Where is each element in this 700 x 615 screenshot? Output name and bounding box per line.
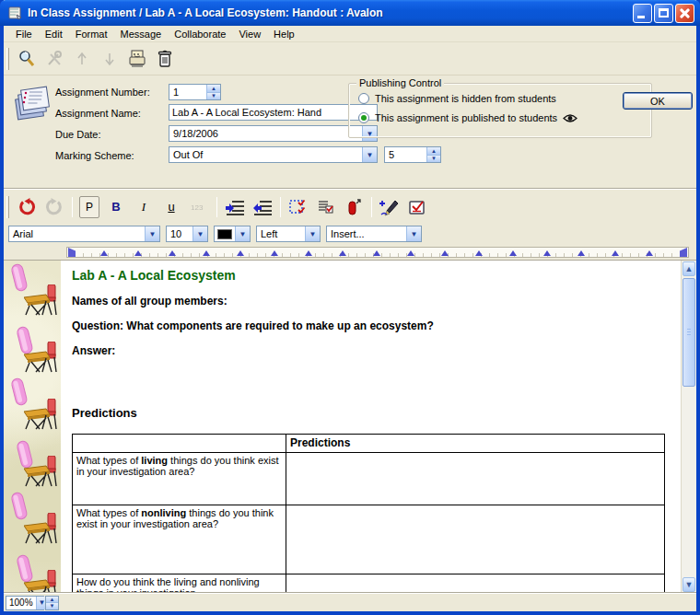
tab-stop-marker[interactable] bbox=[578, 250, 585, 256]
menu-collaborate[interactable]: Collaborate bbox=[168, 28, 232, 41]
ruler-strip[interactable] bbox=[66, 247, 689, 258]
signature-pen-button[interactable] bbox=[378, 195, 402, 219]
stepper-arrows-icon[interactable]: ▲▼ bbox=[46, 597, 58, 609]
app-note-icon bbox=[7, 6, 23, 20]
radio-hidden-option[interactable]: This assignment is hidden from students bbox=[358, 93, 556, 104]
tab-stop-marker[interactable] bbox=[509, 250, 517, 256]
menu-view[interactable]: View bbox=[232, 28, 267, 41]
desk-illustration bbox=[24, 513, 57, 544]
doc-line-names: Names of all group members: bbox=[72, 295, 228, 308]
marking-points-stepper[interactable]: 5 ▲▼ bbox=[384, 146, 441, 163]
tab-stop-marker[interactable] bbox=[169, 250, 176, 256]
menu-edit[interactable]: Edit bbox=[39, 28, 69, 41]
menu-format[interactable]: Format bbox=[69, 28, 114, 41]
redo-icon bbox=[45, 198, 64, 216]
document-area[interactable]: Lab A - A Local Ecosystem Names of all g… bbox=[4, 260, 696, 593]
answer-cell[interactable] bbox=[286, 574, 665, 594]
delete-button[interactable] bbox=[153, 47, 177, 71]
maximize-button[interactable] bbox=[654, 4, 673, 23]
minimize-button[interactable] bbox=[633, 4, 652, 23]
tab-stop-marker[interactable] bbox=[271, 250, 278, 256]
list-checkboxes-button[interactable] bbox=[314, 195, 338, 219]
tab-stop-marker[interactable] bbox=[100, 250, 108, 256]
tab-stop-marker[interactable] bbox=[134, 250, 142, 256]
insert-dropdown[interactable]: Insert... ▼ bbox=[326, 226, 422, 242]
print-icon bbox=[127, 49, 147, 69]
font-color-dropdown[interactable]: ▼ bbox=[214, 226, 251, 242]
chevron-down-icon[interactable]: ▼ bbox=[362, 147, 377, 162]
predictions-table: Predictions What types of living things … bbox=[72, 434, 665, 593]
scroll-up-icon[interactable]: ▲ bbox=[682, 261, 695, 276]
answer-cell[interactable] bbox=[286, 453, 665, 505]
desk-illustration bbox=[24, 570, 57, 593]
zoom-dropdown[interactable]: 100% ▼ bbox=[6, 596, 44, 610]
assignment-name-wrap bbox=[169, 104, 378, 121]
search-button[interactable] bbox=[15, 47, 39, 71]
ok-button[interactable]: OK bbox=[623, 92, 693, 110]
record-voice-button[interactable] bbox=[342, 195, 366, 219]
marking-scheme-dropdown[interactable]: Out Of ▼ bbox=[169, 146, 378, 163]
tab-stop-marker[interactable] bbox=[373, 250, 380, 256]
alignment-dropdown[interactable]: Left ▼ bbox=[256, 226, 321, 242]
italic-button[interactable]: I bbox=[132, 195, 156, 219]
tab-stop-marker[interactable] bbox=[237, 250, 244, 256]
next-button[interactable] bbox=[98, 47, 122, 71]
font-size-dropdown[interactable]: 10 ▼ bbox=[166, 226, 208, 242]
bold-button[interactable]: B bbox=[104, 195, 128, 219]
answer-cell[interactable] bbox=[286, 505, 665, 574]
previous-button[interactable] bbox=[70, 47, 94, 71]
menu-file[interactable]: File bbox=[9, 28, 39, 41]
chevron-down-icon[interactable]: ▼ bbox=[235, 226, 250, 241]
indent-increase-button[interactable] bbox=[223, 195, 247, 219]
stepper-arrows-icon[interactable]: ▲▼ bbox=[426, 147, 440, 162]
chevron-down-icon[interactable]: ▼ bbox=[192, 226, 207, 241]
radio-icon[interactable] bbox=[358, 93, 369, 104]
select-checkboxes-button[interactable] bbox=[286, 195, 310, 219]
fixed-size-button[interactable]: 123 bbox=[187, 195, 211, 219]
assignment-number-stepper[interactable]: 1 ▲▼ bbox=[169, 84, 221, 100]
stepper-arrows-icon[interactable]: ▲▼ bbox=[206, 85, 220, 99]
due-date-dropdown[interactable]: 9/18/2006 ▼ bbox=[169, 125, 378, 142]
tab-stop-marker[interactable] bbox=[612, 250, 619, 256]
close-button[interactable] bbox=[675, 4, 694, 23]
select-checkboxes-icon bbox=[289, 198, 308, 216]
zoom-stepper[interactable]: ▲▼ bbox=[45, 596, 59, 610]
title-bar[interactable]: In Class Assignment / Lab A - A Local Ec… bbox=[0, 0, 700, 26]
chevron-down-icon[interactable]: ▼ bbox=[406, 226, 421, 241]
up-arrow-icon bbox=[75, 51, 89, 67]
chevron-down-icon[interactable]: ▼ bbox=[145, 226, 159, 241]
toolbar-drag-handle[interactable] bbox=[6, 196, 9, 218]
tools-button[interactable] bbox=[42, 47, 66, 71]
chevron-down-icon[interactable]: ▼ bbox=[305, 226, 320, 241]
tab-stop-marker[interactable] bbox=[203, 250, 210, 256]
scrollbar-thumb[interactable] bbox=[682, 278, 695, 387]
tab-stop-marker[interactable] bbox=[646, 250, 653, 256]
toolbar-drag-handle[interactable] bbox=[6, 48, 9, 70]
vertical-scrollbar[interactable]: ▲ ▼ bbox=[681, 261, 696, 593]
radio-published-option[interactable]: This assignment is published to students bbox=[358, 112, 578, 123]
tab-stop-marker[interactable] bbox=[407, 250, 414, 256]
assignment-name-input[interactable] bbox=[169, 105, 377, 120]
radio-icon[interactable] bbox=[358, 112, 369, 123]
undo-button[interactable] bbox=[15, 195, 39, 219]
tab-stop-marker[interactable] bbox=[339, 250, 346, 256]
margin-decor-tile bbox=[4, 261, 61, 318]
approve-checkbox-button[interactable] bbox=[405, 195, 429, 219]
table-row: What types of living things do you think… bbox=[73, 453, 665, 505]
scroll-down-icon[interactable]: ▼ bbox=[682, 577, 695, 592]
print-button[interactable] bbox=[125, 47, 149, 71]
paragraph-style-button[interactable]: P bbox=[79, 196, 99, 218]
menu-help[interactable]: Help bbox=[267, 28, 301, 41]
redo-button[interactable] bbox=[42, 195, 66, 219]
underline-button[interactable]: u bbox=[159, 195, 183, 219]
tab-stop-marker[interactable] bbox=[441, 250, 449, 256]
tab-stop-marker[interactable] bbox=[543, 250, 551, 256]
font-family-dropdown[interactable]: Arial ▼ bbox=[8, 226, 160, 242]
tab-stop-marker[interactable] bbox=[475, 250, 483, 256]
undo-icon bbox=[18, 198, 36, 216]
main-toolbar bbox=[4, 42, 696, 75]
indent-decrease-button[interactable] bbox=[251, 195, 274, 219]
menu-message[interactable]: Message bbox=[114, 28, 169, 41]
tab-stop-marker[interactable] bbox=[305, 250, 312, 256]
svg-text:123: 123 bbox=[191, 203, 204, 212]
